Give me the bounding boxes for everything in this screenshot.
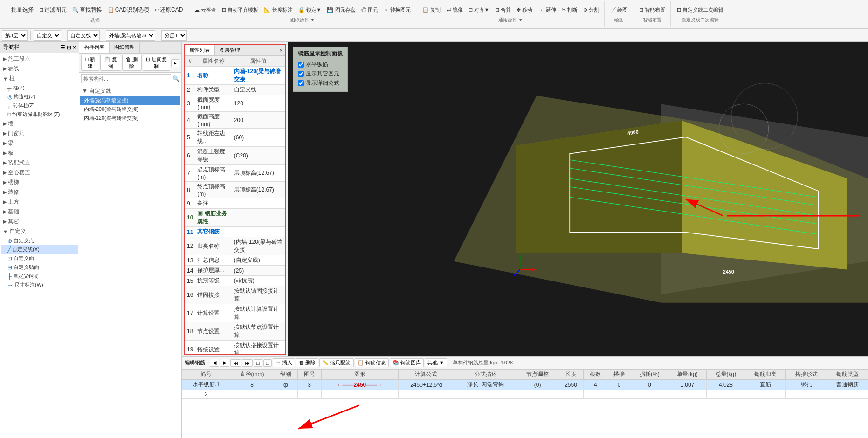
attr-cell-value[interactable]: (60) — [232, 129, 285, 147]
attr-cell-value[interactable]: 自定义线 — [232, 85, 285, 95]
copy2-btn[interactable]: □ — [254, 359, 262, 367]
circle-save-btn[interactable]: ◎ 图元 — [359, 5, 380, 15]
nav-item-constraint-zone[interactable]: □ 约束边缘非阴影区(Z) — [1, 110, 78, 119]
cloud-check-btn[interactable]: ☁ 云检查 — [192, 5, 219, 15]
insert-btn[interactable]: ⇒ 插入 — [273, 358, 295, 367]
transform-btn[interactable]: ↔ 转换图元 — [381, 5, 413, 15]
nav-item-decor[interactable]: ▶ 装修 — [1, 187, 78, 197]
nav-item-column-z[interactable]: ╥ 柱(Z) — [1, 83, 78, 92]
nav-list-icon[interactable]: ☰ — [60, 44, 65, 51]
layer-select[interactable]: 分层1 — [161, 30, 187, 41]
nav-item-custom-face[interactable]: ⊡ 自定义面 — [1, 254, 78, 263]
attr-cell-value[interactable]: 按默认搭接设置计算 — [232, 341, 285, 354]
attr-cell-value[interactable]: 内墙-120(梁与砖墙交接 — [232, 67, 285, 85]
copy-btn[interactable]: 📋 复制 — [420, 5, 443, 15]
play-btn[interactable]: ▶ — [220, 359, 229, 367]
nav-item-custom-surface[interactable]: ⊟ 自定义贴面 — [1, 263, 78, 272]
other-btn[interactable]: 其他 ▼ — [425, 358, 447, 367]
comp-item-inner-wall-200[interactable]: 内墙-200(梁与砖墙交接) — [80, 105, 180, 114]
nav-item-custom-point[interactable]: ⊕ 自定义点 — [1, 236, 78, 245]
nav-item-custom-line[interactable]: ╱ 自定义线(X) — [1, 245, 78, 254]
first-btn[interactable]: ⏮ — [242, 359, 253, 367]
attr-cell-value[interactable]: 层顶标高(12.67) — [232, 165, 285, 182]
attr-cell-value[interactable]: (内墙-120(梁与砖墙交接 — [232, 237, 285, 255]
nav-item-door-window[interactable]: ▶ 门窗洞 — [1, 129, 78, 138]
restore-cad-btn[interactable]: ↩ 还原CAD — [152, 5, 185, 15]
custom-line-section[interactable]: ▼ 自定义线 — [80, 86, 180, 96]
extend-btn[interactable]: →| 延伸 — [536, 5, 558, 15]
floor-copy-btn[interactable]: ⊡ 层间复制 — [143, 55, 170, 71]
nav-grid-icon[interactable]: ⊞ — [67, 44, 71, 51]
move-btn[interactable]: ✥ 移动 — [514, 5, 535, 15]
attr-cell-value[interactable] — [232, 198, 285, 209]
draw-line-btn[interactable]: ╱ 绘图 — [608, 5, 630, 15]
nav-item-foundation[interactable]: ▶ 基础 — [1, 207, 78, 217]
nav-item-construction[interactable]: ▶ 施工段△ — [1, 54, 78, 64]
nav-item-wall[interactable]: ▶ 墙 — [1, 119, 78, 129]
rebar-option-horizontal[interactable]: 水平纵筋 — [298, 61, 343, 68]
rebar-horizontal-checkbox[interactable] — [298, 62, 304, 68]
mirror-btn[interactable]: ⮂ 镜像 — [444, 5, 465, 15]
prev-btn[interactable]: ◀ — [210, 359, 219, 367]
attr-cell-value[interactable]: 层顶标高(12.67) — [232, 182, 285, 198]
attr-cell-value[interactable]: (非抗震) — [232, 276, 285, 286]
tab-drawing-mgmt[interactable]: 图纸管理 — [110, 42, 140, 53]
align-btn[interactable]: ⊟ 对齐▼ — [466, 5, 492, 15]
comp-item-inner-wall-120[interactable]: 内墙-120(梁与砖墙交接) — [80, 114, 180, 123]
rebar-option-formula[interactable]: 显示详细公式 — [298, 79, 343, 87]
tab-layer-mgmt[interactable]: 图层管理 — [215, 45, 245, 55]
batch-select-btn[interactable]: □ 批量选择 — [5, 5, 36, 15]
custom-line-select[interactable]: 自定义线 — [67, 30, 100, 41]
attr-cell-value[interactable]: 120 — [232, 95, 285, 112]
length-mark-btn[interactable]: 📐 长度标注 — [262, 5, 295, 15]
nav-item-prefab[interactable]: ▶ 装配式△ — [1, 158, 78, 168]
wall-select[interactable]: 外墙(梁与砖墙3) — [106, 30, 155, 41]
nav-item-other[interactable]: ▶ 其它 — [1, 217, 78, 226]
save-fig-btn[interactable]: 💾 图元存盘 — [324, 5, 358, 15]
paste2-btn[interactable]: □ — [263, 359, 272, 367]
nav-item-earthwork[interactable]: ▶ 土方 — [1, 197, 78, 207]
nav-close-icon[interactable]: × — [73, 44, 76, 51]
rebar-option-other[interactable]: 显示其它图元 — [298, 70, 343, 78]
attr-cell-value[interactable]: (25) — [232, 266, 285, 276]
rebar-info-btn[interactable]: 📋 钢筋信息 — [355, 358, 389, 367]
attr-panel-close-btn[interactable]: × — [277, 45, 285, 55]
nav-item-struct-column[interactable]: ◎ 构造柱(Z) — [1, 92, 78, 101]
rebar-other-checkbox[interactable] — [298, 71, 304, 77]
delete2-btn[interactable]: 🗑 删除 — [296, 358, 318, 367]
filter-btn[interactable]: ⊡ 过滤图元 — [37, 5, 69, 15]
new-component-btn[interactable]: □ 新建 — [81, 55, 99, 71]
copy-component-btn[interactable]: 📋 复制 — [100, 55, 121, 71]
attr-cell-value[interactable]: 按默认计算设置计算 — [232, 304, 285, 322]
nav-item-beam[interactable]: ▶ 梁 — [1, 138, 78, 148]
auto-flat-btn[interactable]: ⊞ 自动平齐楼板 — [220, 5, 261, 15]
custom-select1[interactable]: 自定义 — [34, 30, 61, 41]
attr-cell-value[interactable]: 按默认节点设置计算 — [232, 322, 285, 341]
last-btn[interactable]: ⏭ — [230, 359, 241, 367]
tab-attr-list[interactable]: 属性列表 — [185, 45, 215, 55]
nav-item-custom-rebar[interactable]: ├ 自定义钢筋 — [1, 272, 78, 281]
comp-item-outer-wall[interactable]: 外墙(梁与砖墙交接) — [80, 96, 180, 105]
nav-item-custom[interactable]: ▼ 自定义 — [1, 226, 78, 236]
rebar-formula-checkbox[interactable] — [298, 80, 304, 86]
nav-item-axis[interactable]: ▶ 轴线 — [1, 64, 78, 74]
attr-cell-value[interactable] — [232, 227, 285, 237]
break-btn[interactable]: ✂ 打断 — [559, 5, 580, 15]
component-search-input[interactable] — [81, 74, 171, 83]
nav-item-brick-column[interactable]: ╥ 砖体柱(Z) — [1, 101, 78, 110]
attr-cell-value[interactable]: (自定义线) — [232, 255, 285, 266]
scale-rebar-btn[interactable]: 📏 缩尺配筋 — [319, 358, 353, 367]
attr-cell-value[interactable] — [232, 209, 285, 227]
tab-component-list[interactable]: 构件列表 — [79, 42, 110, 53]
floor-select[interactable]: 第3层 — [2, 30, 28, 41]
find-replace-btn[interactable]: 🔍 查找替换 — [70, 5, 104, 15]
cad-select-btn[interactable]: 📋 CAD识别选项 — [105, 5, 152, 15]
nav-item-dimension[interactable]: ↔ 尺寸标注(W) — [1, 281, 78, 289]
rebar-row[interactable]: 水平纵筋.1 8 ф 3 ←——2450——→ 2450+12.5*d 净长+两… — [182, 380, 868, 390]
merge-btn[interactable]: ⊞ 合并 — [493, 5, 513, 15]
nav-item-slab[interactable]: ▶ 板 — [1, 148, 78, 158]
custom-edit-btn[interactable]: ⊟ 自定义线二次编辑 — [675, 5, 726, 15]
nav-item-hollow-floor[interactable]: ▶ 空心楼盖 — [1, 168, 78, 178]
nav-item-stairs[interactable]: ▶ 楼梯 — [1, 178, 78, 187]
nav-item-column[interactable]: ▼ 柱 — [1, 74, 78, 83]
